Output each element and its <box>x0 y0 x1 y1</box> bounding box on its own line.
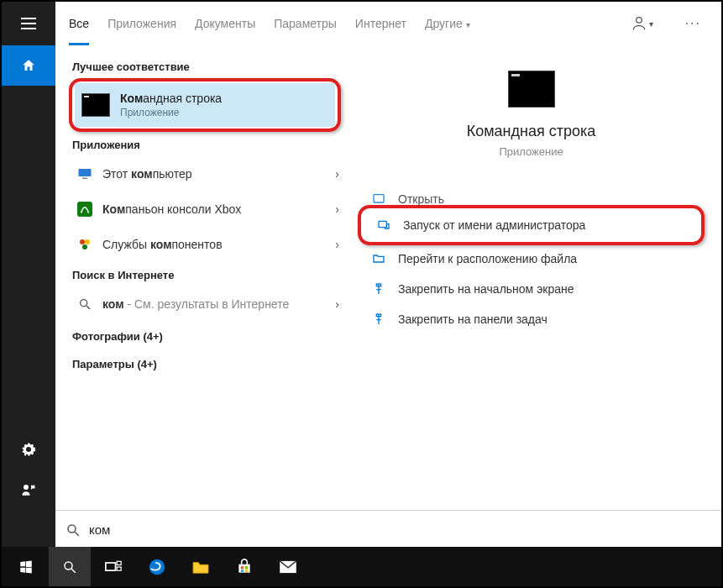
taskbar-explorer[interactable] <box>180 547 222 586</box>
list-item-label: Компаньон консоли Xbox <box>102 202 335 216</box>
preview-column: Командная строка Приложение Открыть <box>349 45 721 510</box>
tab-settings[interactable]: Параметры <box>274 13 337 34</box>
preview-subtitle: Приложение <box>358 145 705 158</box>
chevron-right-icon: › <box>335 297 339 311</box>
tab-more[interactable]: Другие▾ <box>425 13 470 34</box>
svg-point-15 <box>65 562 72 570</box>
section-apps: Приложения <box>72 139 346 151</box>
taskbar-edge[interactable] <box>136 547 178 586</box>
svg-rect-19 <box>117 567 121 570</box>
action-label: Закрепить на панели задач <box>398 312 547 326</box>
pc-icon <box>76 165 94 183</box>
search-input[interactable] <box>89 522 711 537</box>
list-item-label: Службы компонентов <box>102 238 335 251</box>
chevron-down-icon: ▾ <box>466 20 470 29</box>
list-item-label: ком - См. результаты в Интернете <box>102 297 335 311</box>
taskbar-mail[interactable] <box>267 547 309 586</box>
start-button[interactable] <box>5 547 47 586</box>
search-icon <box>62 559 77 575</box>
actions-list: Открыть Запуск от имени администратора <box>358 192 705 334</box>
svg-point-7 <box>81 300 87 307</box>
tab-internet[interactable]: Интернет <box>355 13 406 34</box>
action-label: Перейти к расположению файла <box>398 252 577 265</box>
home-button[interactable] <box>2 45 55 86</box>
feedback-rail-button[interactable] <box>2 470 55 510</box>
left-rail-extend <box>2 510 55 549</box>
component-services-icon <box>76 235 94 254</box>
svg-rect-1 <box>79 169 92 176</box>
chevron-right-icon: › <box>335 238 339 251</box>
svg-rect-9 <box>374 195 384 202</box>
annotation-highlight-1: Командная строка Приложение <box>69 78 341 132</box>
hamburger-menu[interactable] <box>2 2 55 45</box>
shield-icon <box>375 218 393 232</box>
svg-rect-21 <box>241 566 244 569</box>
svg-point-5 <box>85 239 90 244</box>
taskbar-store[interactable] <box>223 547 265 586</box>
home-icon <box>21 58 36 73</box>
cmd-icon <box>508 71 555 108</box>
left-rail <box>2 2 55 510</box>
section-params[interactable]: Параметры (4+) <box>72 358 346 370</box>
tab-docs[interactable]: Документы <box>195 13 255 34</box>
action-open-location[interactable]: Перейти к расположению файла <box>358 244 705 274</box>
tab-all[interactable]: Все <box>69 13 89 34</box>
chevron-right-icon: › <box>335 202 339 216</box>
folder-icon <box>369 252 388 265</box>
svg-rect-10 <box>379 221 386 227</box>
chevron-right-icon: › <box>335 167 339 181</box>
store-icon <box>236 559 253 575</box>
best-match-subtitle: Приложение <box>120 107 222 118</box>
app-result-xbox[interactable]: Компаньон консоли Xbox › <box>69 192 349 227</box>
pin-start-icon <box>369 282 388 296</box>
edge-icon <box>148 558 166 576</box>
svg-line-14 <box>75 532 79 536</box>
taskview-icon <box>105 560 122 574</box>
person-icon <box>631 15 647 32</box>
gear-icon <box>21 442 36 457</box>
action-run-as-admin[interactable]: Запуск от имени администратора <box>363 210 699 240</box>
svg-point-0 <box>636 18 642 24</box>
pin-taskbar-icon <box>369 312 388 326</box>
action-pin-taskbar[interactable]: Закрепить на панели задач <box>358 304 705 334</box>
account-button[interactable]: ▾ <box>624 12 660 35</box>
open-icon <box>369 192 388 206</box>
svg-point-6 <box>82 244 87 249</box>
xbox-icon <box>76 200 94 218</box>
folder-icon <box>191 559 210 575</box>
svg-rect-23 <box>241 570 244 572</box>
app-result-this-pc[interactable]: Этот компьютер › <box>69 156 349 192</box>
tab-apps[interactable]: Приложения <box>107 13 176 34</box>
settings-rail-button[interactable] <box>2 429 55 470</box>
section-best-match: Лучшее соответствие <box>72 60 346 73</box>
action-pin-start[interactable]: Закрепить на начальном экране <box>358 274 705 304</box>
filter-tabs: Все Приложения Документы Параметры Интер… <box>55 2 721 45</box>
web-result[interactable]: ком - См. результаты в Интернете › <box>69 286 349 322</box>
svg-line-8 <box>86 306 90 309</box>
more-options-button[interactable]: ··· <box>678 13 708 34</box>
section-photos[interactable]: Фотографии (4+) <box>72 330 346 343</box>
section-web: Поиск в Интернете <box>72 269 346 281</box>
svg-point-13 <box>68 525 76 533</box>
search-icon <box>65 522 81 538</box>
taskbar-search[interactable] <box>49 547 91 586</box>
annotation-highlight-2: Запуск от имени администратора <box>358 205 705 245</box>
mail-icon <box>279 560 297 574</box>
action-label: Закрепить на начальном экране <box>398 282 574 296</box>
cmd-icon <box>81 93 110 117</box>
taskbar-taskview[interactable] <box>92 547 134 586</box>
svg-point-4 <box>80 239 85 244</box>
person-feedback-icon <box>21 482 36 497</box>
svg-point-20 <box>149 559 165 574</box>
svg-rect-18 <box>117 561 121 564</box>
results-column: Лучшее соответствие Командная строка При… <box>55 45 349 510</box>
svg-rect-22 <box>245 566 248 569</box>
chevron-down-icon: ▾ <box>649 19 653 29</box>
app-result-component-services[interactable]: Службы компонентов › <box>69 227 349 262</box>
svg-rect-3 <box>77 202 92 217</box>
svg-line-16 <box>71 569 76 573</box>
action-open[interactable]: Открыть <box>358 192 705 207</box>
svg-rect-17 <box>106 563 116 570</box>
best-match-item[interactable]: Командная строка Приложение <box>75 83 335 127</box>
list-item-label: Этот компьютер <box>102 167 335 181</box>
